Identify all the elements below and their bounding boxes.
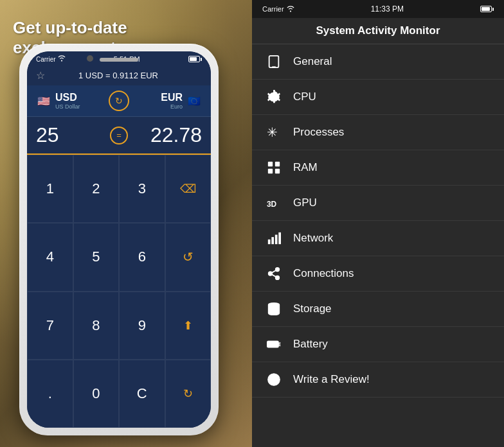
svg-rect-21 [268,342,275,346]
menu-list: General CPU ✳ Processes [252,44,504,447]
menu-label-ram: RAM [293,161,318,174]
numpad-undo[interactable]: ↺ [165,223,212,291]
star-icon[interactable]: ☆ [36,69,45,82]
numpad-0[interactable]: 0 [73,360,120,428]
right-panel: Carrier 11:33 PM System Activity Monitor [252,0,504,447]
currency-row: 🇺🇸 USD US Dollar ↻ EUR Euro [27,85,211,117]
svg-point-12 [276,268,280,272]
phone-speaker [100,58,138,62]
numpad-6[interactable]: 6 [119,223,165,291]
numpad-2[interactable]: 2 [73,155,120,223]
share-icon [265,265,283,283]
menu-item-cpu[interactable]: CPU [252,80,504,115]
to-flag: 🇪🇺 [186,93,202,109]
numpad-clear[interactable]: C [119,360,165,428]
menu-item-general[interactable]: General [252,44,504,80]
numpad-9[interactable]: 9 [119,292,165,360]
menu-label-review: Write a Review! [293,373,370,386]
menu-item-connections[interactable]: Connections [252,256,504,292]
tablet-icon [265,53,283,71]
svg-point-23 [271,378,273,379]
numpad-backspace[interactable]: ⌫ [165,155,212,223]
menu-label-connections: Connections [293,267,354,280]
svg-line-15 [272,274,276,277]
numpad-5[interactable]: 5 [73,223,120,291]
menu-label-storage: Storage [293,302,332,315]
from-name: US Dollar [55,103,80,110]
phone-header: ☆ 1 USD = 0.9112 EUR [27,67,211,85]
from-code: USD [55,92,77,103]
asterisk-icon: ✳ [265,123,283,141]
numpad-1[interactable]: 1 [27,155,73,223]
numpad: 1 2 3 ⌫ 4 5 6 ↺ 7 8 9 ⬆ . 0 C [27,155,211,428]
svg-rect-6 [275,169,280,173]
status-carrier: Carrier [36,55,66,63]
battery-icon [265,335,283,353]
svg-rect-9 [271,237,274,244]
svg-rect-8 [268,240,271,244]
svg-point-22 [268,374,280,385]
right-carrier: Carrier [262,5,294,13]
amount-from: 25 [36,123,105,147]
menu-label-battery: Battery [293,338,328,351]
right-battery [480,6,494,12]
numpad-4[interactable]: 4 [27,223,73,291]
menu-item-battery[interactable]: Battery [252,327,504,362]
equals-icon: = [110,127,128,145]
numpad-refresh[interactable]: ↻ [165,360,212,428]
numpad-dot[interactable]: . [27,360,73,428]
svg-point-14 [276,276,280,280]
numpad-share[interactable]: ⬆ [165,292,212,360]
exchange-rate: 1 USD = 0.9112 EUR [78,71,158,80]
menu-item-gpu[interactable]: 3D GPU [252,186,504,221]
menu-item-ram[interactable]: RAM [252,150,504,186]
bars-icon [265,229,283,247]
amount-row: 25 = 22.78 [27,117,211,155]
svg-rect-3 [268,162,273,166]
numpad-8[interactable]: 8 [73,292,120,360]
svg-point-24 [275,378,276,379]
to-name: Euro [161,103,183,110]
svg-text:✳: ✳ [267,125,278,139]
svg-point-13 [269,272,273,276]
right-time: 11:33 PM [371,4,404,13]
menu-label-gpu: GPU [293,197,317,209]
svg-rect-0 [269,56,279,67]
status-battery [188,56,202,62]
grid-icon [265,159,283,177]
3d-icon: 3D [265,194,283,212]
phone-mockup: Carrier 5:51 PM [19,44,219,435]
currency-to[interactable]: EUR Euro 🇪🇺 [134,92,202,110]
numpad-7[interactable]: 7 [27,292,73,360]
menu-label-general: General [293,55,332,68]
menu-label-processes: Processes [293,126,344,139]
right-title-bar: System Activity Monitor [252,18,504,44]
right-status-bar: Carrier 11:33 PM [252,0,504,18]
menu-label-cpu: CPU [293,91,316,103]
gear-icon [265,88,283,106]
svg-line-16 [272,270,276,273]
swap-button[interactable]: ↻ [109,91,129,111]
phone-camera [87,55,93,62]
currency-from[interactable]: 🇺🇸 USD US Dollar [36,92,104,110]
to-code: EUR [161,92,183,103]
menu-label-network: Network [293,232,333,245]
menu-item-storage[interactable]: Storage [252,292,504,327]
svg-text:3D: 3D [267,200,277,209]
face-icon [265,371,283,389]
svg-rect-11 [278,232,281,244]
menu-item-review[interactable]: Write a Review! [252,362,504,398]
menu-item-processes[interactable]: ✳ Processes [252,115,504,150]
phone-screen: Carrier 5:51 PM [27,51,211,428]
battery-small-icon [188,56,202,62]
from-flag: 🇺🇸 [36,93,51,109]
right-title: System Activity Monitor [262,24,494,37]
right-wifi-icon [287,6,294,12]
amount-to: 22.78 [133,123,202,147]
database-icon [265,300,283,318]
numpad-3[interactable]: 3 [119,155,165,223]
wifi-icon [58,55,66,63]
menu-item-network[interactable]: Network [252,221,504,256]
svg-rect-10 [275,235,278,245]
left-panel: Get up-to-date exchange rates Carrier [0,0,252,447]
